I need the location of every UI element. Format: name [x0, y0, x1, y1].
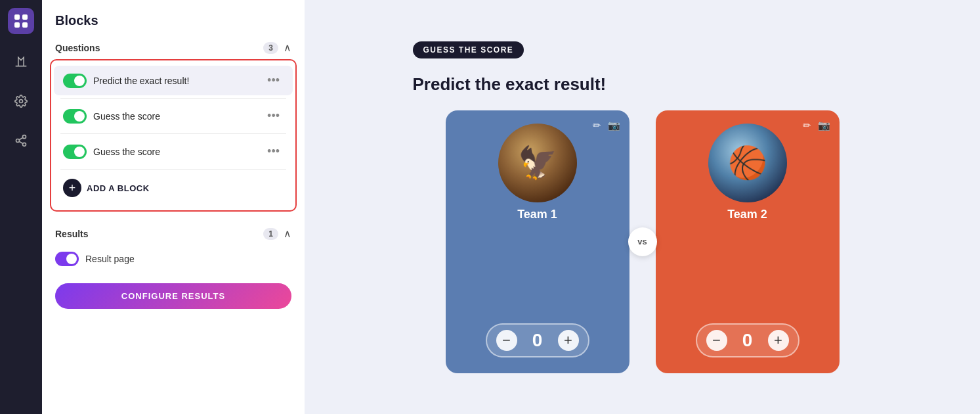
svg-point-7 [23, 143, 26, 146]
sidebar-title: Blocks [42, 0, 305, 34]
team2-minus-btn[interactable]: − [706, 330, 727, 351]
results-section-header: Results 1 ∧ [42, 219, 305, 245]
teams-row: ✏ 📷 🦅 Team 1 − 0 + vs ✏ 📷 [413, 110, 872, 373]
divider-1 [60, 98, 286, 99]
game-card-wrapper: GUESS THE SCORE Predict the exact result… [413, 41, 872, 373]
question-0-more-btn[interactable]: ••• [263, 72, 284, 89]
questions-count-badge: 3 [263, 42, 278, 54]
question-item-1[interactable]: Guess the score ••• [54, 101, 293, 131]
svg-point-5 [23, 135, 26, 139]
add-block-plus-icon: + [63, 179, 81, 197]
team1-score-control: − 0 + [486, 323, 589, 357]
team2-camera-icon[interactable]: 📷 [818, 120, 830, 131]
result-page-label: Result page [85, 254, 135, 264]
team2-card: ✏ 📷 🏀 Team 2 − 0 + [656, 110, 840, 373]
result-page-toggle-dot [66, 254, 77, 264]
card-main-title: Predict the exact result! [413, 74, 607, 95]
configure-results-button[interactable]: CONFIGURE RESULTS [55, 283, 291, 309]
questions-section-label: Questions [55, 43, 100, 53]
team2-avatar: 🏀 [708, 124, 787, 202]
question-1-toggle-dot [74, 111, 85, 122]
question-2-toggle-dot [74, 147, 85, 157]
question-2-toggle[interactable] [63, 145, 87, 159]
questions-section-controls: 3 ∧ [263, 41, 291, 54]
sidebar: Blocks Questions 3 ∧ Predict the exact r… [42, 0, 305, 414]
gear-icon-btn[interactable] [9, 89, 33, 113]
svg-rect-0 [14, 14, 20, 20]
question-item-0[interactable]: Predict the exact result! ••• [54, 66, 293, 95]
add-block-label: ADD A BLOCK [87, 183, 150, 193]
question-2-more-btn[interactable]: ••• [263, 143, 284, 160]
results-section-label: Results [55, 229, 89, 239]
share-icon-btn[interactable] [9, 129, 33, 152]
icon-bar [0, 0, 42, 414]
questions-section-header: Questions 3 ∧ [42, 34, 305, 59]
question-2-label: Guess the score [93, 147, 257, 157]
main-content: GUESS THE SCORE Predict the exact result… [305, 0, 980, 414]
paint-icon-btn[interactable] [9, 50, 33, 74]
result-page-item[interactable]: Result page [55, 245, 291, 273]
svg-point-4 [20, 100, 23, 103]
team2-name: Team 2 [727, 208, 767, 221]
vs-circle: vs [628, 227, 657, 256]
team1-card-icons: ✏ 📷 [593, 120, 620, 131]
team1-card: ✏ 📷 🦅 Team 1 − 0 + [446, 110, 629, 373]
team2-score-value: 0 [738, 330, 757, 351]
questions-box: Predict the exact result! ••• Guess the … [50, 59, 297, 212]
svg-rect-1 [22, 14, 28, 20]
svg-point-6 [16, 139, 20, 143]
divider-3 [60, 169, 286, 170]
add-block-button[interactable]: + ADD A BLOCK [54, 172, 293, 204]
svg-line-9 [19, 137, 23, 139]
team1-edit-icon[interactable]: ✏ [593, 120, 601, 131]
results-section: Result page [42, 245, 305, 273]
question-1-more-btn[interactable]: ••• [263, 108, 284, 124]
guess-the-score-badge: GUESS THE SCORE [413, 41, 524, 58]
divider-2 [60, 133, 286, 134]
team1-camera-icon[interactable]: 📷 [608, 120, 620, 131]
question-0-label: Predict the exact result! [93, 76, 257, 86]
team2-edit-icon[interactable]: ✏ [803, 120, 811, 131]
svg-line-8 [19, 141, 23, 143]
question-1-label: Guess the score [93, 111, 257, 122]
team2-plus-btn[interactable]: + [768, 330, 789, 351]
question-0-toggle[interactable] [63, 74, 87, 88]
results-collapse-btn[interactable]: ∧ [284, 227, 291, 240]
logo-button[interactable] [8, 8, 34, 34]
results-count-badge: 1 [263, 228, 278, 240]
question-0-toggle-dot [74, 76, 85, 86]
svg-rect-2 [14, 22, 20, 28]
team1-avatar: 🦅 [498, 124, 577, 202]
question-1-toggle[interactable] [63, 109, 87, 124]
result-page-toggle[interactable] [55, 252, 79, 266]
question-item-2[interactable]: Guess the score ••• [54, 137, 293, 166]
questions-collapse-btn[interactable]: ∧ [284, 41, 291, 54]
team1-minus-btn[interactable]: − [496, 330, 517, 351]
team1-plus-btn[interactable]: + [558, 330, 579, 351]
team1-score-value: 0 [528, 330, 547, 351]
results-section-controls: 1 ∧ [263, 227, 291, 240]
team2-card-icons: ✏ 📷 [803, 120, 830, 131]
svg-rect-3 [22, 22, 28, 28]
team1-name: Team 1 [517, 208, 557, 221]
team2-score-control: − 0 + [696, 323, 799, 357]
